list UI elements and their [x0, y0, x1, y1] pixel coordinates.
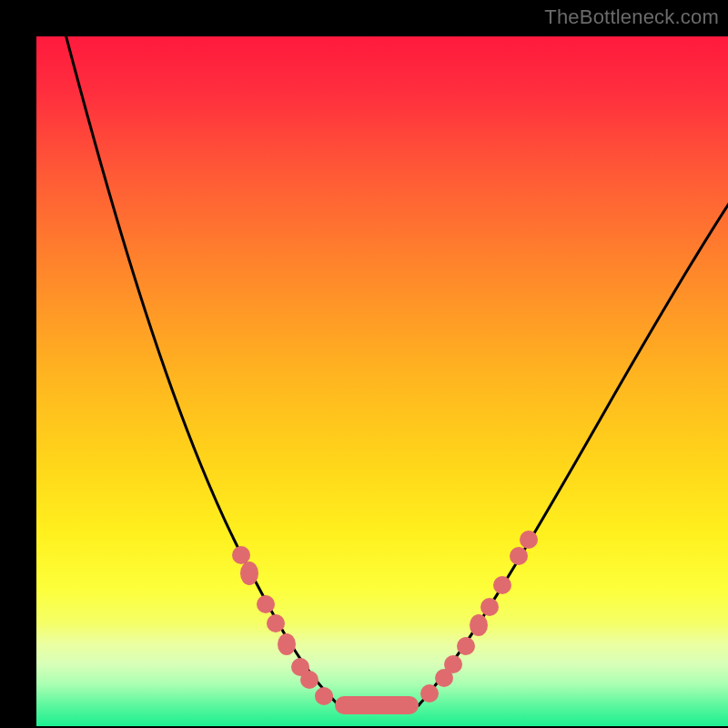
svg-point-18: [520, 531, 538, 549]
svg-point-15: [480, 598, 499, 616]
svg-point-5: [278, 633, 296, 655]
data-markers-left: [232, 546, 333, 705]
chart-container: TheBottleneck.com: [0, 0, 728, 728]
svg-point-13: [457, 637, 475, 655]
data-markers-bottom: [335, 696, 419, 714]
svg-point-2: [240, 561, 258, 585]
watermark-text: TheBottleneck.com: [544, 5, 719, 29]
svg-point-16: [493, 576, 511, 594]
plot-area: [36, 36, 728, 726]
svg-point-12: [444, 655, 462, 673]
svg-rect-9: [335, 696, 419, 714]
svg-point-17: [510, 547, 528, 565]
svg-point-3: [257, 595, 275, 613]
svg-point-1: [232, 546, 250, 564]
svg-point-8: [315, 687, 333, 705]
svg-point-14: [470, 614, 488, 636]
svg-point-10: [420, 684, 439, 703]
svg-point-7: [300, 671, 318, 689]
data-markers-right: [420, 531, 538, 703]
bottleneck-curve: [36, 36, 728, 726]
svg-point-4: [267, 614, 285, 632]
